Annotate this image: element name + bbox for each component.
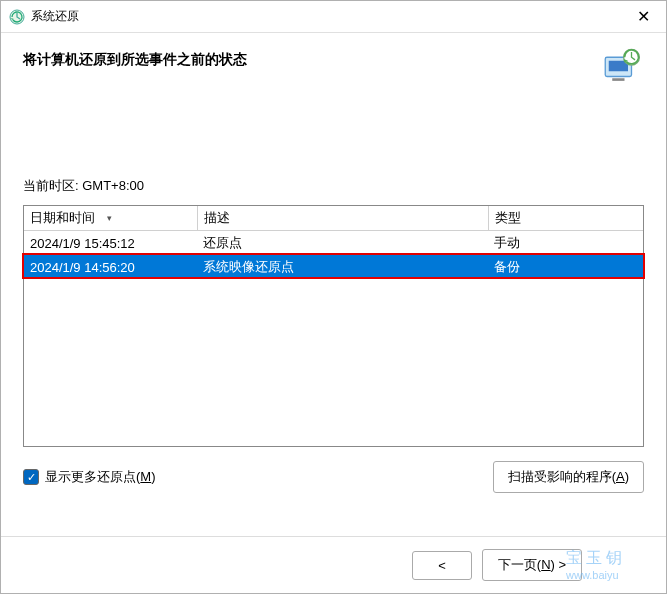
table-row-empty [24, 279, 643, 301]
checkbox-checked-icon: ✓ [23, 469, 39, 485]
svg-rect-3 [612, 78, 624, 81]
restore-icon [9, 9, 25, 25]
table-row-empty [24, 323, 643, 345]
system-restore-hero-icon [600, 45, 642, 87]
table-row-empty [24, 367, 643, 389]
table-row-empty [24, 345, 643, 367]
options-row: ✓ 显示更多还原点(M) 扫描受影响的程序(A) [23, 461, 644, 493]
close-icon: ✕ [637, 7, 650, 26]
sort-caret-icon: ▾ [107, 213, 112, 223]
table-row[interactable]: 2024/1/9 15:45:12 还原点 手动 [24, 231, 643, 256]
content-area: 将计算机还原到所选事件之前的状态 当前时区: GMT+8:00 日期和时间 [1, 33, 666, 536]
footer: < 上一步(B) < 下一页(N) > 取消 宝玉钥 www.baiyu [1, 536, 666, 593]
back-button-visible[interactable]: < [412, 551, 472, 580]
timezone-label: 当前时区: GMT+8:00 [23, 177, 644, 195]
table-row-empty [24, 301, 643, 323]
window-title: 系统还原 [31, 8, 620, 25]
table-header-row: 日期和时间 ▾ 描述 类型 [24, 206, 643, 231]
show-more-checkbox[interactable]: ✓ 显示更多还原点(M) [23, 468, 493, 486]
scan-affected-programs-button[interactable]: 扫描受影响的程序(A) [493, 461, 644, 493]
titlebar: 系统还原 ✕ [1, 1, 666, 33]
table-row[interactable]: 2024/1/9 14:56:20 系统映像还原点 备份 [24, 255, 643, 279]
table-row-empty [24, 411, 643, 433]
system-restore-window: 系统还原 ✕ 将计算机还原到所选事件之前的状态 当前时区: GMT+8:00 [0, 0, 667, 594]
page-heading: 将计算机还原到所选事件之前的状态 [23, 51, 644, 69]
column-header-type[interactable]: 类型 [488, 206, 643, 231]
table-row-empty [24, 389, 643, 411]
column-header-description[interactable]: 描述 [197, 206, 488, 231]
restore-points-table: 日期和时间 ▾ 描述 类型 2024/1/9 15:45:12 还原点 手动 [23, 205, 644, 447]
next-button[interactable]: 下一页(N) > [482, 549, 582, 581]
column-header-date[interactable]: 日期和时间 ▾ [24, 206, 197, 231]
close-button[interactable]: ✕ [620, 1, 666, 33]
